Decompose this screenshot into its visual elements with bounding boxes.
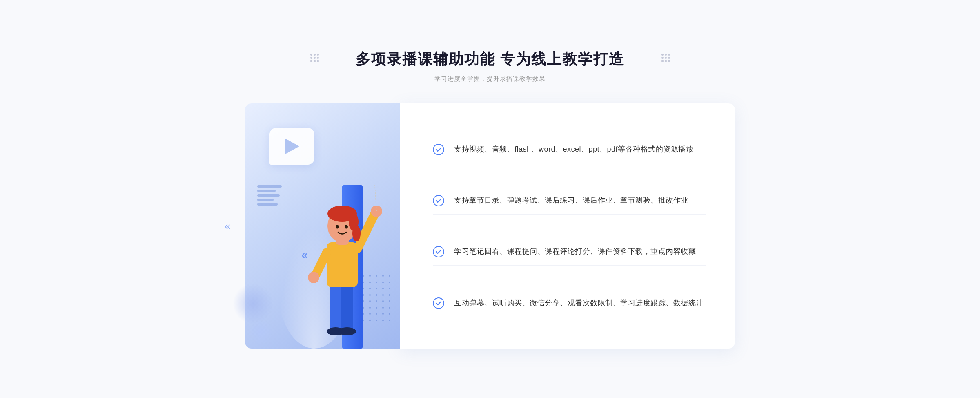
svg-point-21 [433,246,444,257]
svg-rect-3 [341,283,353,332]
svg-point-20 [433,195,444,206]
header-dots-left [310,54,318,62]
deco-circle-1 [233,283,274,324]
svg-point-15 [352,225,361,241]
header-dots-right [662,54,670,62]
check-icon-1 [433,144,444,155]
svg-line-8 [316,253,327,275]
feature-text-3: 学习笔记回看、课程提问、课程评论打分、课件资料下载，重点内容收藏 [454,245,696,258]
svg-point-5 [338,327,356,335]
strip-decoration [257,185,282,206]
feature-item-2: 支持章节目录、弹题考试、课后练习、课后作业、章节测验、批改作业 [433,187,706,215]
header-section: 多项录播课辅助功能 专为线上教学打造 学习进度全掌握，提升录播课教学效果 [245,49,735,83]
feature-text-1: 支持视频、音频、flash、word、excel、ppt、pdf等各种格式的资源… [454,143,693,156]
svg-point-17 [345,225,348,229]
feature-item-4: 互动弹幕、试听购买、微信分享、观看次数限制、学习进度跟踪、数据统计 [433,289,706,317]
features-panel: 支持视频、音频、flash、word、excel、ppt、pdf等各种格式的资源… [400,103,735,349]
svg-point-16 [336,225,339,229]
check-icon-3 [433,246,444,257]
deco-circle-2 [249,320,274,344]
check-icon-2 [433,195,444,206]
feature-text-4: 互动弹幕、试听购买、微信分享、观看次数限制、学习进度跟踪、数据统计 [454,297,704,309]
play-icon [285,138,299,154]
content-section: « [245,103,735,349]
feature-item-1: 支持视频、音频、flash、word、excel、ppt、pdf等各种格式的资源… [433,136,706,163]
svg-text:«: « [301,248,308,261]
video-bubble [270,128,314,165]
svg-point-22 [433,298,444,309]
feature-text-2: 支持章节目录、弹题考试、课后练习、课后作业、章节测验、批改作业 [454,194,688,207]
left-arrows-decoration: « [225,220,230,233]
svg-point-10 [308,272,319,283]
illustration-card: « [245,103,400,349]
svg-rect-6 [327,242,358,287]
feature-item-3: 学习笔记回看、课程提问、课程评论打分、课件资料下载，重点内容收藏 [433,238,706,266]
svg-rect-2 [330,283,341,332]
page-wrapper: 多项录播课辅助功能 专为线上教学打造 学习进度全掌握，提升录播课教学效果 [245,49,735,349]
svg-point-19 [433,144,444,155]
sub-title: 学习进度全掌握，提升录播课教学效果 [245,75,735,83]
character-illustration: « [293,161,391,349]
check-icon-4 [433,297,444,309]
